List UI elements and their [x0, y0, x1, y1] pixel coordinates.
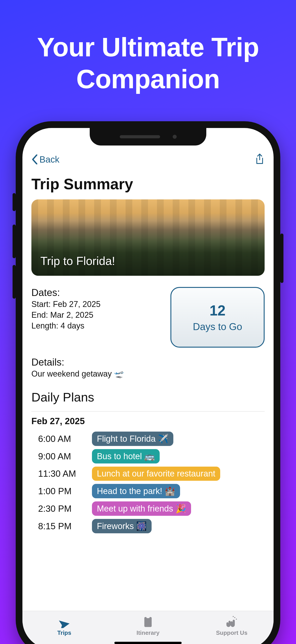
- navigation-bar: Back: [31, 150, 265, 168]
- back-label: Back: [39, 154, 59, 164]
- clap-icon: [225, 616, 238, 628]
- plan-row[interactable]: 2:30 PMMeet up with friends 🎉: [31, 502, 265, 516]
- plan-pill: Lunch at our favorite restaurant: [92, 466, 220, 481]
- plan-row[interactable]: 9:00 AMBus to hotel 🚌: [31, 449, 265, 464]
- plan-row[interactable]: 1:00 PMHead to the park! 🏰: [31, 484, 265, 498]
- plan-time: 9:00 AM: [38, 451, 83, 462]
- plan-time: 11:30 AM: [38, 469, 83, 479]
- tab-support[interactable]: Support Us: [190, 616, 273, 636]
- tab-trips-label: Trips: [57, 630, 71, 636]
- plan-time: 8:15 PM: [38, 521, 83, 531]
- start-date: Start: Feb 27, 2025: [31, 300, 164, 309]
- tab-itinerary[interactable]: Itinerary: [107, 616, 189, 636]
- plan-pill: Fireworks 🎆: [92, 519, 151, 533]
- plan-row[interactable]: 8:15 PMFireworks 🎆: [31, 519, 265, 533]
- share-button[interactable]: [255, 153, 265, 166]
- dates-heading: Dates:: [31, 287, 164, 298]
- divider: [31, 411, 265, 412]
- plan-row[interactable]: 11:30 AMLunch at our favorite restaurant: [31, 466, 265, 481]
- mute-switch: [12, 193, 16, 211]
- countdown-card: 12 Days to Go: [170, 287, 265, 348]
- phone-frame: Back Trip Summary Trip to Florida!: [16, 121, 280, 644]
- svg-rect-0: [145, 617, 152, 627]
- plan-time: 6:00 AM: [38, 434, 83, 444]
- plan-pill: Head to the park! 🏰: [92, 484, 180, 498]
- svg-point-3: [236, 619, 237, 620]
- plan-pill: Bus to hotel 🚌: [92, 449, 160, 464]
- device-notch: [90, 128, 206, 146]
- home-indicator: [114, 642, 182, 644]
- volume-down-button: [12, 265, 16, 299]
- back-button[interactable]: Back: [31, 154, 59, 164]
- countdown-number: 12: [209, 302, 225, 319]
- svg-rect-1: [147, 616, 149, 618]
- tab-support-label: Support Us: [216, 630, 247, 636]
- plan-pill: Meet up with friends 🎉: [92, 502, 191, 516]
- day-date: Feb 27, 2025: [31, 416, 265, 426]
- plan-time: 2:30 PM: [38, 504, 83, 514]
- clipboard-icon: [142, 616, 154, 628]
- svg-point-4: [233, 616, 234, 617]
- trip-hero-card[interactable]: Trip to Florida!: [31, 200, 265, 276]
- tab-bar: Trips Itinerary Support Us: [22, 611, 274, 644]
- page-title: Trip Summary: [31, 168, 265, 200]
- chevron-left-icon: [31, 154, 38, 164]
- details-heading: Details:: [31, 356, 265, 368]
- trip-name: Trip to Florida!: [40, 254, 115, 268]
- end-date: End: Mar 2, 2025: [31, 310, 164, 320]
- trip-length: Length: 4 days: [31, 321, 164, 330]
- marketing-headline: Your Ultimate Trip Companion: [0, 0, 296, 95]
- svg-point-2: [234, 617, 235, 618]
- volume-up-button: [12, 224, 16, 258]
- power-button: [280, 234, 284, 283]
- plan-time: 1:00 PM: [38, 486, 83, 496]
- plan-pill: Flight to Florida ✈️: [92, 432, 173, 446]
- plan-row[interactable]: 6:00 AMFlight to Florida ✈️: [31, 432, 265, 446]
- share-icon: [255, 153, 265, 165]
- tab-itinerary-label: Itinerary: [137, 630, 160, 636]
- countdown-label: Days to Go: [193, 321, 242, 332]
- plan-list: 6:00 AMFlight to Florida ✈️9:00 AMBus to…: [31, 432, 265, 533]
- tab-trips[interactable]: Trips: [23, 616, 106, 636]
- airplane-icon: [58, 616, 71, 628]
- details-text: Our weekend getaway 🛫: [31, 369, 265, 378]
- daily-plans-heading: Daily Plans: [31, 390, 265, 404]
